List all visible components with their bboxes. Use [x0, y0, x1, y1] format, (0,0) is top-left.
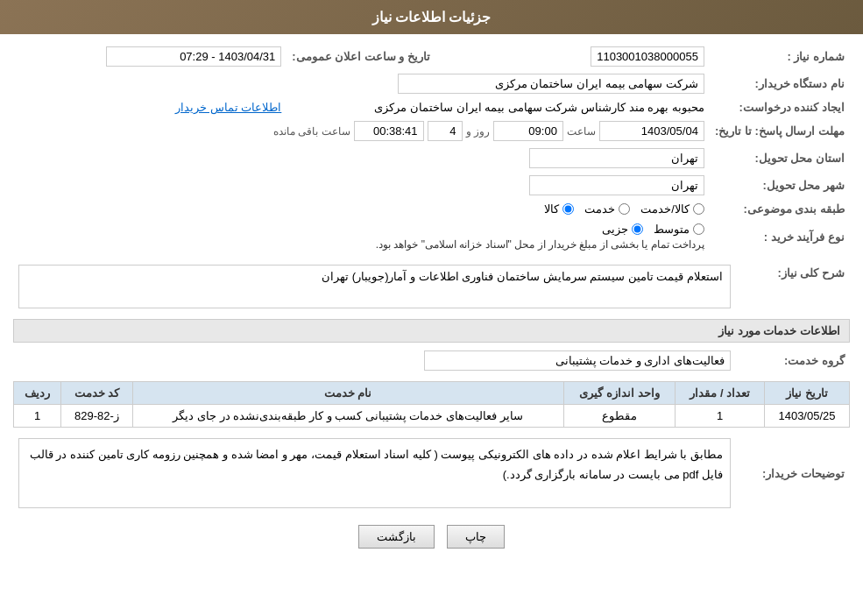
shahr-label: شهر محل تحویل: — [710, 172, 850, 199]
ijad-konande-link-cell[interactable]: اطلاعات تماس خریدار — [13, 97, 286, 117]
rooz-box: 4 — [428, 121, 463, 141]
radio-motavaset[interactable]: متوسط — [654, 223, 704, 236]
goroh-table: گروه خدمت: فعالیت‌های اداری و خدمات پشتی… — [13, 347, 850, 374]
tarikh-elaan-box: 1403/04/31 - 07:29 — [106, 46, 281, 67]
ostan-label: استان محل تحویل: — [710, 145, 850, 172]
col-name: نام خدمت — [132, 382, 563, 405]
radio-jozii[interactable]: جزیی — [602, 223, 643, 236]
nam-dastgah-value: شرکت سهامی بیمه ایران ساختمان مرکزی — [13, 70, 710, 97]
cell-tarikh: 1403/05/25 — [764, 405, 849, 428]
shomare-niaz-value: 1103001038000055 — [453, 43, 710, 70]
goroh-value: فعالیت‌های اداری و خدمات پشتیبانی — [13, 347, 736, 374]
tarikh-box: 1403/05/04 — [599, 121, 704, 141]
table-row: 1403/05/25 1 مقطوع سایر فعالیت‌های خدمات… — [14, 405, 850, 428]
farayand-desc: پرداخت تمام یا بخشی از مبلغ خریدار از مح… — [18, 238, 704, 251]
cell-radif: 1 — [14, 405, 61, 428]
saat-label: ساعت — [567, 125, 596, 138]
tawzih-table: توضیحات خریدار: مطابق با شرایط اعلام شده… — [13, 435, 850, 512]
chap-button[interactable]: چاپ — [447, 525, 505, 549]
mohlat-label: مهلت ارسال پاسخ: تا تاریخ: — [710, 117, 850, 145]
col-kod: کد خدمت — [61, 382, 132, 405]
page-header: جزئیات اطلاعات نیاز — [0, 0, 863, 34]
cell-vahed: مقطوع — [563, 405, 676, 428]
ijad-konande-link[interactable]: اطلاعات تماس خریدار — [175, 101, 281, 114]
rooz-label: روز و — [466, 125, 490, 138]
tabaghebandi-value: کالا/خدمت خدمت کالا — [13, 199, 710, 219]
tawzih-value-cell: مطابق با شرایط اعلام شده در داده های الک… — [13, 435, 736, 512]
ostan-value: تهران — [13, 145, 710, 172]
tawzih-text: مطابق با شرایط اعلام شده در داده های الک… — [30, 448, 723, 481]
col-vahed: واحد اندازه گیری — [563, 382, 676, 405]
khadamat-label: خدمت — [584, 202, 615, 216]
khadamat-section-header: اطلاعات خدمات مورد نیاز — [13, 319, 850, 343]
kala-label: کالا — [544, 202, 559, 216]
services-table: تاریخ نیاز تعداد / مقدار واحد اندازه گیر… — [13, 381, 850, 428]
cell-tedad: 1 — [676, 405, 764, 428]
ijad-konande-value: محبوبه بهره مند کارشناس شرکت سهامی بیمه … — [286, 97, 710, 117]
nam-dastgah-box: شرکت سهامی بیمه ایران ساختمان مرکزی — [398, 74, 704, 94]
ijad-konande-label: ایجاد کننده درخواست: — [710, 97, 850, 117]
jozii-label: جزیی — [602, 223, 628, 236]
motavaset-label: متوسط — [654, 223, 690, 236]
col-tedad: تعداد / مقدار — [676, 382, 764, 405]
ijad-konande-text: محبوبه بهره مند کارشناس شرکت سهامی بیمه … — [374, 101, 704, 114]
tarikh-elaan-label: تاریخ و ساعت اعلان عمومی: — [286, 43, 435, 70]
tawzih-label: توضیحات خریدار: — [736, 435, 850, 512]
sherh-label: شرح کلی نیاز: — [736, 261, 850, 312]
bazgasht-button[interactable]: بازگشت — [358, 525, 435, 549]
baqi-label: ساعت باقی مانده — [273, 125, 350, 138]
shahr-box: تهران — [529, 175, 704, 195]
nooe-farayand-value: متوسط جزیی پرداخت تمام یا بخشی از مبلغ خ… — [13, 219, 710, 254]
col-radif: ردیف — [14, 382, 61, 405]
goroh-label: گروه خدمت: — [736, 347, 850, 374]
radio-kala[interactable]: کالا — [544, 202, 574, 216]
baqi-box: 00:38:41 — [354, 121, 424, 141]
sherh-value-cell: استعلام قیمت تامین سیستم سرمایش ساختمان … — [13, 261, 736, 312]
tarikh-elaan-value: 1403/04/31 - 07:29 — [13, 43, 286, 70]
saat-box: 09:00 — [493, 121, 563, 141]
radio-kala-khadamat[interactable]: کالا/خدمت — [640, 202, 704, 216]
sherh-table: شرح کلی نیاز: استعلام قیمت تامین سیستم س… — [13, 261, 850, 312]
nooe-farayand-label: نوع فرآیند خرید : — [710, 219, 850, 254]
radio-khadamat[interactable]: خدمت — [584, 202, 630, 216]
cell-name: سایر فعالیت‌های خدمات پشتیبانی کسب و کار… — [132, 405, 563, 428]
tabaghebandi-label: طبقه بندی موضوعی: — [710, 199, 850, 219]
goroh-box: فعالیت‌های اداری و خدمات پشتیبانی — [424, 350, 731, 371]
shomare-niaz-box: 1103001038000055 — [591, 46, 704, 67]
sherh-box: استعلام قیمت تامین سیستم سرمایش ساختمان … — [18, 265, 731, 308]
kala-khadamat-label: کالا/خدمت — [640, 202, 690, 216]
shahr-value: تهران — [13, 172, 710, 199]
sherh-text: استعلام قیمت تامین سیستم سرمایش ساختمان … — [322, 270, 723, 283]
shomare-niaz-label: شماره نیاز : — [710, 43, 850, 70]
ostan-box: تهران — [529, 148, 704, 168]
nam-dastgah-label: نام دستگاه خریدار: — [710, 70, 850, 97]
page-title: جزئیات اطلاعات نیاز — [372, 10, 492, 25]
mohlat-row: 1403/05/04 ساعت 09:00 روز و 4 00:38:41 س… — [13, 117, 710, 145]
button-row: چاپ بازگشت — [13, 525, 850, 549]
col-tarikh: تاریخ نیاز — [764, 382, 849, 405]
cell-kod: ز-82-829 — [61, 405, 132, 428]
main-info-table: شماره نیاز : 1103001038000055 تاریخ و سا… — [13, 43, 850, 254]
tawzih-box: مطابق با شرایط اعلام شده در داده های الک… — [18, 438, 731, 508]
